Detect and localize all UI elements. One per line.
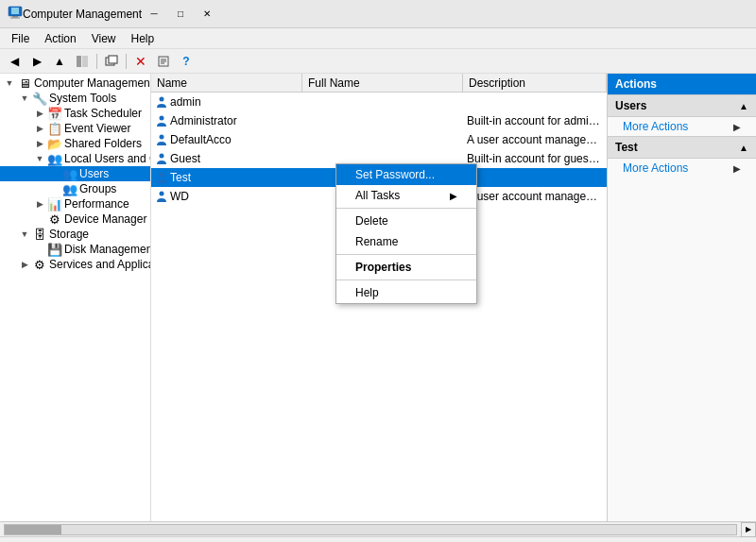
actions-section-header-users[interactable]: Users▲ [608,94,756,117]
action-link-more-actions[interactable]: More Actions▶ [608,117,756,136]
delete-button[interactable]: ✕ [130,51,151,72]
menu-file[interactable]: File [4,30,37,47]
expand-icon-task-scheduler[interactable]: ▶ [32,109,47,118]
perf-icon: 📊 [47,197,62,211]
cell-name-defaultacco: DefaultAcco [151,133,302,146]
minimize-button[interactable]: ─ [142,5,166,24]
tree-item-event-viewer[interactable]: ▶📋Event Viewer [0,121,150,136]
user-icon-admin [155,95,168,109]
user-icon-guest [155,152,168,165]
menu-help[interactable]: Help [124,30,163,47]
svg-rect-7 [109,56,117,63]
ctx-item-rename[interactable]: Rename [336,231,476,252]
tree-label-local-users: Local Users and Groups [64,152,151,165]
ctx-item-delete[interactable]: Delete [336,211,476,231]
users-icon: 👥 [47,152,62,165]
tool-icon: 🔧 [32,92,47,105]
menu-view[interactable]: View [84,30,124,47]
task-icon: 📅 [47,107,62,120]
ctx-arrow-all-tasks: ▶ [450,191,457,201]
expand-icon-root[interactable]: ▼ [2,78,17,88]
tree-label-task-scheduler: Task Scheduler [64,107,142,120]
action-link-text: More Actions [623,161,688,175]
title-bar: Computer Management ─ □ ✕ [0,0,756,28]
ctx-item-properties[interactable]: Properties [336,257,476,278]
disk-icon: 💾 [47,243,62,256]
tree-item-device-manager[interactable]: ⚙Device Manager [0,212,150,227]
col-header-name[interactable]: Name [151,74,302,92]
svg-point-12 [160,96,164,101]
tree-item-storage[interactable]: ▼🗄Storage [0,227,150,242]
section-arrow-test: ▲ [739,143,748,153]
cell-desc-administrator: Built-in account for administering... [463,114,607,127]
tree-item-system-tools[interactable]: ▼🔧System Tools [0,91,150,106]
tree-item-services-apps[interactable]: ▶⚙Services and Applications [0,257,150,272]
toolbar-separator-2 [126,54,127,69]
ctx-label-properties: Properties [355,261,411,274]
tree-label-users: Users [79,167,109,180]
svg-point-17 [160,191,164,195]
tree-item-disk-management[interactable]: 💾Disk Management [0,242,150,257]
expand-icon-system-tools[interactable]: ▼ [17,93,32,103]
new-window-button[interactable] [101,51,122,72]
users-icon: 👥 [62,182,77,195]
menu-action[interactable]: Action [37,30,83,47]
expand-icon-services-apps[interactable]: ▶ [17,260,32,269]
show-tree-button[interactable] [72,51,93,72]
scrollbar-track[interactable] [4,524,737,535]
ctx-separator-sep1 [336,208,476,209]
tree-item-root[interactable]: ▼🖥Computer Management (Loca [0,76,150,91]
expand-icon-shared-folders[interactable]: ▶ [32,139,47,148]
name-text-admin: admin [170,95,201,109]
list-header: Name Full Name Description [151,74,607,93]
expand-icon-performance[interactable]: ▶ [32,199,47,209]
expand-icon-event-viewer[interactable]: ▶ [32,124,47,133]
ctx-item-all-tasks[interactable]: All Tasks▶ [336,185,476,206]
ctx-label-help: Help [355,286,379,299]
tree-item-users[interactable]: 👥Users [0,166,150,181]
close-button[interactable]: ✕ [195,5,219,24]
svg-rect-3 [10,18,20,19]
tree-label-groups: Groups [79,182,116,195]
tree-item-task-scheduler[interactable]: ▶📅Task Scheduler [0,106,150,121]
cell-name-wd: WD [151,190,302,203]
expand-icon-storage[interactable]: ▼ [17,229,32,239]
user-icon-test [155,171,168,184]
help-button[interactable]: ? [176,51,197,72]
svg-point-13 [160,115,164,120]
menu-bar: File Action View Help [0,28,756,49]
col-header-description[interactable]: Description [463,74,607,92]
cell-desc-defaultacco: A user account managed by the s... [463,133,607,146]
action-link-more-actions[interactable]: More Actions▶ [608,159,756,178]
scrollbar-thumb[interactable] [5,525,61,534]
svc-icon: ⚙ [32,258,47,271]
tree-item-local-users[interactable]: ▼👥Local Users and Groups [0,151,150,166]
tree-item-shared-folders[interactable]: ▶📂Shared Folders [0,136,150,151]
tree-label-event-viewer: Event Viewer [64,122,130,135]
ctx-item-help[interactable]: Help [336,282,476,303]
properties-button[interactable] [153,51,174,72]
scroll-right-button[interactable]: ▶ [741,522,756,537]
svg-rect-1 [11,8,19,14]
user-icon-administrator [155,114,168,127]
back-button[interactable]: ◀ [4,51,25,72]
horizontal-scrollbar[interactable]: ▶ [0,521,756,536]
expand-icon-local-users[interactable]: ▼ [32,154,47,163]
list-row-administrator[interactable]: AdministratorBuilt-in account for admini… [151,111,607,130]
list-row-admin[interactable]: admin [151,93,607,111]
tree-item-groups[interactable]: 👥Groups [0,181,150,196]
col-header-fullname[interactable]: Full Name [302,74,463,92]
cell-name-guest: Guest [151,152,302,165]
tree-item-performance[interactable]: ▶📊Performance [0,196,150,212]
window-controls[interactable]: ─ □ ✕ [142,5,219,24]
toolbar-separator-1 [96,54,97,69]
ctx-item-set-password[interactable]: Set Password... [336,164,476,185]
up-button[interactable]: ▲ [49,51,70,72]
tree-label-disk-management: Disk Management [64,243,151,256]
actions-pane: Actions Users▲More Actions▶Test▲More Act… [607,74,756,521]
svg-point-15 [160,153,164,158]
forward-button[interactable]: ▶ [26,51,47,72]
actions-section-header-test[interactable]: Test▲ [608,136,756,159]
list-row-defaultacco[interactable]: DefaultAccoA user account managed by the… [151,130,607,149]
maximize-button[interactable]: □ [168,5,193,24]
